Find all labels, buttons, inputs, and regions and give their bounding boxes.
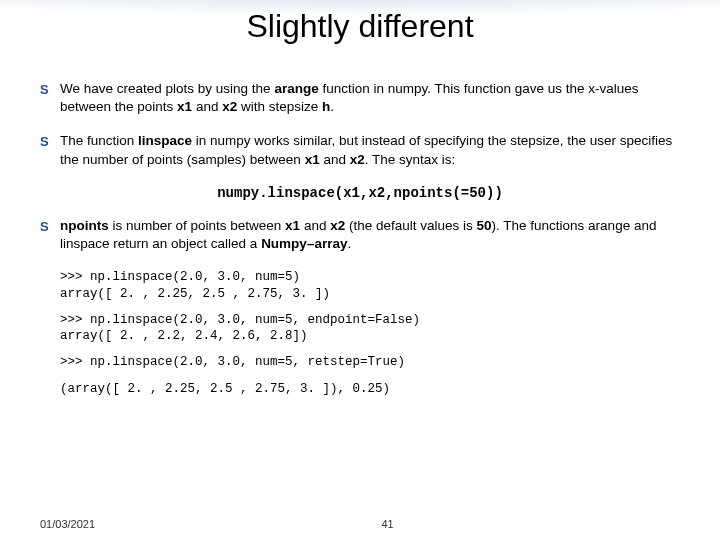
bullet-3: S npoints is number of points between x1… bbox=[40, 217, 680, 253]
footer-date: 01/03/2021 bbox=[40, 518, 95, 530]
footer-page-number: 41 bbox=[40, 518, 680, 530]
bullet-marker-icon: S bbox=[40, 217, 60, 236]
syntax-code: numpy.linspace(x1,x2,npoints(=50)) bbox=[40, 185, 680, 201]
example-4: (array([ 2. , 2.25, 2.5 , 2.75, 3. ]), 0… bbox=[60, 381, 680, 397]
slide-footer: 01/03/2021 41 bbox=[40, 518, 680, 530]
bullet-2: S The function linspace in numpy works s… bbox=[40, 132, 680, 168]
example-2: >>> np.linspace(2.0, 3.0, num=5, endpoin… bbox=[60, 312, 680, 345]
slide-content: S We have created plots by using the ara… bbox=[40, 80, 680, 407]
example-1: >>> np.linspace(2.0, 3.0, num=5) array([… bbox=[60, 269, 680, 302]
bullet-2-text: The function linspace in numpy works sim… bbox=[60, 132, 680, 168]
slide-title: Slightly different bbox=[0, 8, 720, 45]
bullet-marker-icon: S bbox=[40, 80, 60, 99]
example-3: >>> np.linspace(2.0, 3.0, num=5, retstep… bbox=[60, 354, 680, 370]
bullet-marker-icon: S bbox=[40, 132, 60, 151]
bullet-3-text: npoints is number of points between x1 a… bbox=[60, 217, 680, 253]
bullet-1: S We have created plots by using the ara… bbox=[40, 80, 680, 116]
bullet-1-text: We have created plots by using the arang… bbox=[60, 80, 680, 116]
